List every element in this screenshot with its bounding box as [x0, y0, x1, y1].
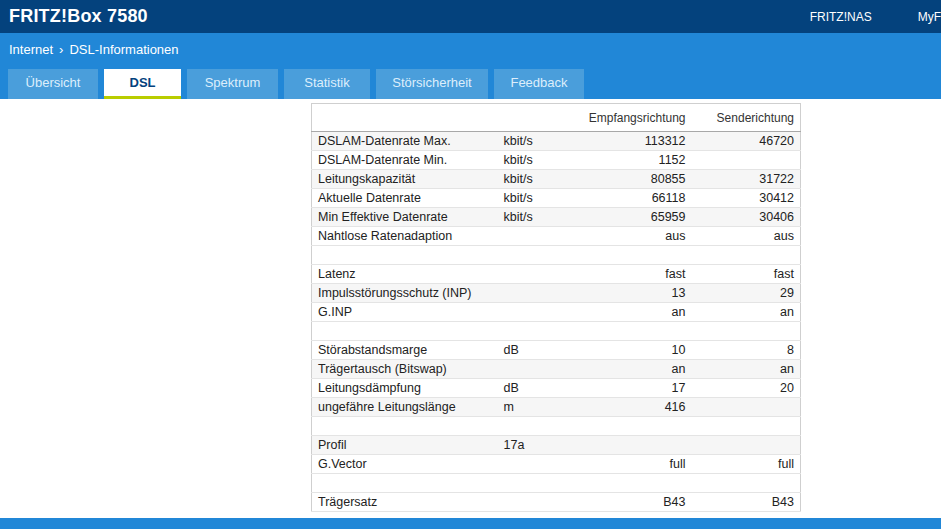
row-label: Min Effektive Datenrate	[312, 208, 498, 227]
breadcrumb-page: DSL-Informationen	[69, 42, 178, 57]
row-unit	[498, 360, 574, 379]
table-row: Trägertausch (Bitswap) an an	[312, 360, 801, 379]
row-unit	[498, 303, 574, 322]
table-row: Leitungskapazität kbit/s 80855 31722	[312, 170, 801, 189]
table-row	[312, 474, 801, 493]
content-area: Empfangsrichtung Senderichtung DSLAM-Dat…	[0, 99, 941, 518]
app-title: FRITZ!Box 7580	[9, 6, 148, 27]
tab-dsl[interactable]: DSL	[104, 69, 181, 99]
row-label: Aktuelle Datenrate	[312, 189, 498, 208]
row-label: Nahtlose Ratenadaption	[312, 227, 498, 246]
row-label: DSLAM-Datenrate Min.	[312, 151, 498, 170]
dsl-table-body: DSLAM-Datenrate Max. kbit/s 113312 46720…	[312, 132, 801, 512]
row-value-empfangsrichtung	[574, 436, 692, 455]
row-label: Latenz	[312, 265, 498, 284]
tab-stoersicherheit[interactable]: Störsicherheit	[376, 69, 488, 99]
row-value-senderichtung: an	[692, 360, 801, 379]
row-value-empfangsrichtung: 113312	[574, 132, 692, 151]
row-value-empfangsrichtung: an	[574, 303, 692, 322]
row-value-empfangsrichtung: full	[574, 455, 692, 474]
tab-bar: Übersicht DSL Spektrum Statistik Störsic…	[0, 66, 941, 99]
column-header-empty-label	[312, 104, 498, 132]
row-unit: m	[498, 398, 574, 417]
row-unit	[498, 322, 574, 341]
row-unit: kbit/s	[498, 189, 574, 208]
row-value-senderichtung: 31722	[692, 170, 801, 189]
row-unit	[498, 265, 574, 284]
row-label: ungefähre Leitungslänge	[312, 398, 498, 417]
row-value-empfangsrichtung	[574, 246, 692, 265]
tab-statistik[interactable]: Statistik	[284, 69, 370, 99]
row-unit: dB	[498, 379, 574, 398]
row-value-senderichtung: fast	[692, 265, 801, 284]
tab-feedback[interactable]: Feedback	[494, 69, 584, 99]
column-header-empfangsrichtung: Empfangsrichtung	[574, 104, 692, 132]
row-value-empfangsrichtung: 13	[574, 284, 692, 303]
breadcrumb: Internet › DSL-Informationen	[0, 33, 941, 66]
row-unit: kbit/s	[498, 132, 574, 151]
table-row: DSLAM-Datenrate Max. kbit/s 113312 46720	[312, 132, 801, 151]
row-value-empfangsrichtung: aus	[574, 227, 692, 246]
row-value-empfangsrichtung	[574, 322, 692, 341]
row-value-senderichtung	[692, 398, 801, 417]
row-value-senderichtung: 30412	[692, 189, 801, 208]
fritznas-link[interactable]: FRITZ!NAS	[810, 10, 872, 24]
footer-bar	[0, 518, 941, 529]
row-value-senderichtung	[692, 151, 801, 170]
row-value-senderichtung: 8	[692, 341, 801, 360]
row-label: Profil	[312, 436, 498, 455]
row-value-empfangsrichtung: 66118	[574, 189, 692, 208]
dsl-info-table: Empfangsrichtung Senderichtung DSLAM-Dat…	[311, 103, 801, 512]
column-header-senderichtung: Senderichtung	[692, 104, 801, 132]
row-label: Leitungskapazität	[312, 170, 498, 189]
table-row: Profil 17a	[312, 436, 801, 455]
row-unit	[498, 227, 574, 246]
tab-uebersicht[interactable]: Übersicht	[8, 69, 98, 99]
row-unit: kbit/s	[498, 208, 574, 227]
table-row: Nahtlose Ratenadaption aus aus	[312, 227, 801, 246]
row-value-empfangsrichtung: 1152	[574, 151, 692, 170]
row-value-senderichtung: 30406	[692, 208, 801, 227]
row-value-senderichtung	[692, 417, 801, 436]
row-value-senderichtung	[692, 436, 801, 455]
row-label: Trägertausch (Bitswap)	[312, 360, 498, 379]
row-unit	[498, 493, 574, 512]
myfritz-link[interactable]: MyF	[918, 10, 941, 24]
row-value-empfangsrichtung	[574, 474, 692, 493]
row-label	[312, 322, 498, 341]
row-value-senderichtung: 20	[692, 379, 801, 398]
table-row: Min Effektive Datenrate kbit/s 65959 304…	[312, 208, 801, 227]
row-value-senderichtung: aus	[692, 227, 801, 246]
column-header-empty-unit	[498, 104, 574, 132]
row-label: Impulsstörungsschutz (INP)	[312, 284, 498, 303]
row-value-senderichtung: 29	[692, 284, 801, 303]
table-row	[312, 246, 801, 265]
table-row: Aktuelle Datenrate kbit/s 66118 30412	[312, 189, 801, 208]
table-row: Trägersatz B43 B43	[312, 493, 801, 512]
row-unit	[498, 455, 574, 474]
row-unit	[498, 474, 574, 493]
row-value-empfangsrichtung: B43	[574, 493, 692, 512]
row-unit: kbit/s	[498, 170, 574, 189]
breadcrumb-section[interactable]: Internet	[9, 42, 53, 57]
table-row: G.INP an an	[312, 303, 801, 322]
row-unit	[498, 417, 574, 436]
row-value-empfangsrichtung	[574, 417, 692, 436]
tab-spektrum[interactable]: Spektrum	[187, 69, 278, 99]
table-row: G.Vector full full	[312, 455, 801, 474]
row-value-empfangsrichtung: 65959	[574, 208, 692, 227]
table-row: Impulsstörungsschutz (INP) 13 29	[312, 284, 801, 303]
row-label	[312, 417, 498, 436]
row-value-empfangsrichtung: 80855	[574, 170, 692, 189]
row-value-senderichtung: 46720	[692, 132, 801, 151]
row-unit	[498, 246, 574, 265]
table-row: Störabstandsmarge dB 10 8	[312, 341, 801, 360]
row-unit: 17a	[498, 436, 574, 455]
table-row	[312, 417, 801, 436]
row-value-senderichtung: B43	[692, 493, 801, 512]
row-value-senderichtung	[692, 322, 801, 341]
table-row: ungefähre Leitungslänge m 416	[312, 398, 801, 417]
row-value-empfangsrichtung: 10	[574, 341, 692, 360]
row-value-senderichtung: an	[692, 303, 801, 322]
table-row	[312, 322, 801, 341]
